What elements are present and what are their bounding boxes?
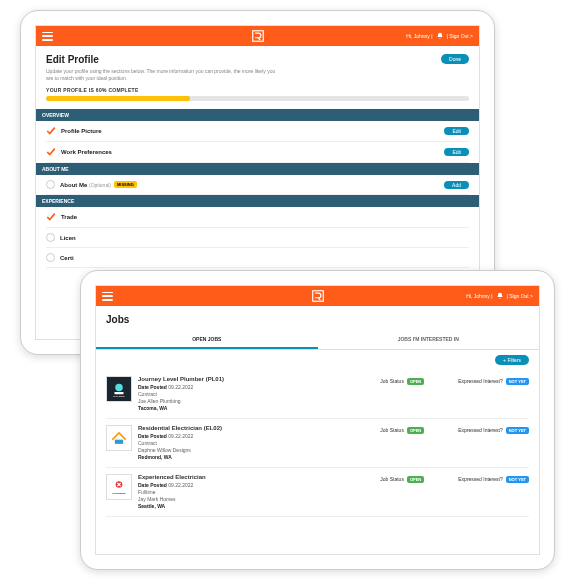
tabs: OPEN JOBS JOBS I'M INTERESTED IN <box>96 331 539 350</box>
empty-circle-icon <box>46 233 55 242</box>
done-button[interactable]: Done <box>441 54 469 64</box>
company-logo: PLUMBING <box>106 474 132 500</box>
page-title: Jobs <box>106 314 529 325</box>
svg-text:PLUMBING: PLUMBING <box>113 395 125 398</box>
job-title[interactable]: Journey Level Plumber (PL01) <box>138 376 374 382</box>
check-icon <box>46 212 56 222</box>
row-certifications: Certi <box>46 248 469 268</box>
progress-fill <box>46 96 190 101</box>
bell-icon[interactable] <box>496 292 504 300</box>
job-interest: Expressed Interest? NOT YET <box>458 474 529 510</box>
empty-circle-icon <box>46 253 55 262</box>
page-subtitle: Update your profile using the sections b… <box>46 68 276 81</box>
job-interest: Expressed Interest? NOT YET <box>458 425 529 461</box>
company-logo: PLUMBING <box>106 376 132 402</box>
job-row: PLUMBING Experienced Electrician Date Po… <box>106 468 529 517</box>
progress-label: YOUR PROFILE IS 60% COMPLETE <box>46 87 469 93</box>
bell-icon[interactable] <box>436 32 444 40</box>
logo-icon <box>251 29 265 44</box>
tablet-jobs: Hi, Johnny | | Sign Out > Jobs OPEN JOBS… <box>80 270 555 570</box>
job-interest: Expressed Interest? NOT YET <box>458 376 529 412</box>
menu-icon[interactable] <box>102 292 113 301</box>
add-button[interactable]: Add <box>444 181 469 189</box>
jobs-body: Jobs OPEN JOBS JOBS I'M INTERESTED IN + … <box>96 306 539 525</box>
job-title[interactable]: Experienced Electrician <box>138 474 374 480</box>
notyet-badge[interactable]: NOT YET <box>506 427 529 434</box>
app-header: Hi, Johnny | | Sign Out > <box>36 26 479 46</box>
signout-link[interactable]: | Sign Out > <box>507 293 533 299</box>
app-header: Hi, Johnny | | Sign Out > <box>96 286 539 306</box>
job-row: Residential Electrician (EL02) Date Post… <box>106 419 529 468</box>
tab-open-jobs[interactable]: OPEN JOBS <box>96 331 318 349</box>
job-info: Journey Level Plumber (PL01) Date Posted… <box>138 376 374 412</box>
row-work-preferences: Work Preferences Edit <box>46 142 469 163</box>
open-badge: OPEN <box>407 476 424 483</box>
notyet-badge[interactable]: NOT YET <box>506 476 529 483</box>
job-status: Job Status OPEN <box>380 425 452 461</box>
empty-circle-icon <box>46 180 55 189</box>
row-label: Trade <box>61 214 77 220</box>
svg-rect-0 <box>252 30 263 41</box>
tab-interested[interactable]: JOBS I'M INTERESTED IN <box>318 331 540 349</box>
open-badge: OPEN <box>407 427 424 434</box>
row-about-me: About Me (Optional) MISSING Add <box>46 175 469 195</box>
profile-body: Edit Profile Update your profile using t… <box>36 46 479 276</box>
header-right: Hi, Johnny | | Sign Out > <box>406 32 473 40</box>
section-overview: OVERVIEW <box>36 109 479 121</box>
greeting: Hi, Johnny | <box>406 33 432 39</box>
open-badge: OPEN <box>407 378 424 385</box>
svg-text:PLUMBING: PLUMBING <box>112 492 125 495</box>
progress-bar <box>46 96 469 101</box>
row-label: Work Preferences <box>61 149 112 155</box>
notyet-badge[interactable]: NOT YET <box>506 378 529 385</box>
missing-badge: MISSING <box>114 181 137 188</box>
svg-rect-1 <box>312 290 323 301</box>
row-label: Certi <box>60 255 74 261</box>
job-title[interactable]: Residential Electrician (EL02) <box>138 425 374 431</box>
row-licenses: Licen <box>46 228 469 248</box>
edit-button[interactable]: Edit <box>444 148 469 156</box>
job-status: Job Status OPEN <box>380 376 452 412</box>
logo-icon <box>311 289 325 304</box>
section-about: ABOUT ME <box>36 163 479 175</box>
menu-icon[interactable] <box>42 32 53 41</box>
job-info: Experienced Electrician Date Posted 09.2… <box>138 474 374 510</box>
company-logo <box>106 425 132 451</box>
job-row: PLUMBING Journey Level Plumber (PL01) Da… <box>106 370 529 419</box>
job-info: Residential Electrician (EL02) Date Post… <box>138 425 374 461</box>
greeting: Hi, Johnny | <box>466 293 492 299</box>
signout-link[interactable]: | Sign Out > <box>447 33 473 39</box>
row-label: Licen <box>60 235 76 241</box>
row-label: About Me (Optional) <box>60 182 111 188</box>
svg-rect-5 <box>115 440 123 444</box>
section-experience: EXPERIENCE <box>36 195 479 207</box>
filters-button[interactable]: + Filters <box>495 355 529 365</box>
row-label: Profile Picture <box>61 128 102 134</box>
svg-point-2 <box>115 384 123 392</box>
check-icon <box>46 126 56 136</box>
job-status: Job Status OPEN <box>380 474 452 510</box>
edit-button[interactable]: Edit <box>444 127 469 135</box>
row-profile-picture: Profile Picture Edit <box>46 121 469 142</box>
row-trades: Trade <box>46 207 469 228</box>
screen-jobs: Hi, Johnny | | Sign Out > Jobs OPEN JOBS… <box>95 285 540 555</box>
header-right: Hi, Johnny | | Sign Out > <box>466 292 533 300</box>
page-title: Edit Profile <box>46 54 276 65</box>
check-icon <box>46 147 56 157</box>
